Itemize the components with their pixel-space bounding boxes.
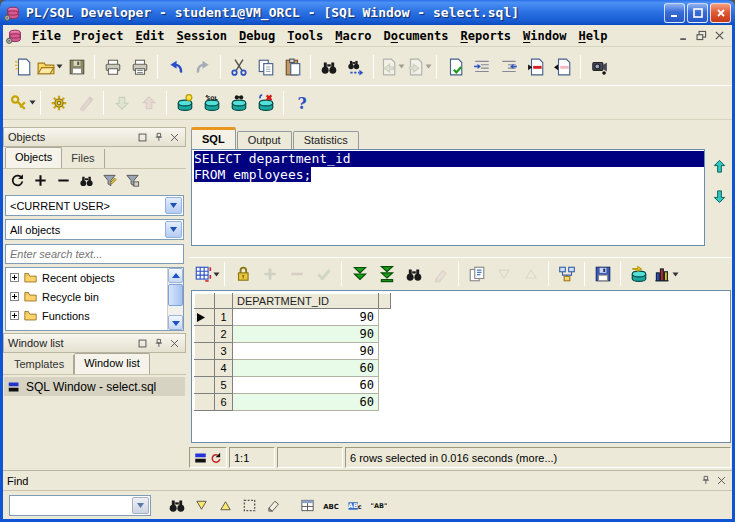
menu-documents[interactable]: Documents [377,27,454,45]
sql-editor[interactable]: SELECT department_idFROM employees; [191,149,705,246]
whole-words-button[interactable]: ABC [319,493,343,517]
session-sql-button[interactable]: SQL [198,89,225,116]
find-object-button[interactable] [76,171,96,190]
minimize-button[interactable] [664,3,685,23]
float-window-icon[interactable] [135,131,149,144]
chevron-down-icon[interactable] [165,197,182,214]
mdi-close-icon[interactable] [710,28,728,44]
fetch-last-page-button[interactable] [373,261,400,288]
undo-button[interactable] [162,53,189,80]
exact-phrase-button[interactable]: "AB" [367,493,391,517]
tree-item-recent-objects[interactable]: Recent objects [6,268,183,287]
navigate-back-button[interactable] [378,53,405,80]
pin-icon[interactable] [151,131,165,144]
mdi-minimize-icon[interactable] [674,28,692,44]
copy-to-database-button[interactable] [625,261,652,288]
find-input[interactable] [10,497,132,514]
find-button[interactable] [315,53,342,80]
expand-icon[interactable] [10,292,19,301]
unindent-button[interactable] [495,53,522,80]
macro-record-button[interactable] [585,53,612,80]
menu-reports[interactable]: Reports [455,27,518,45]
case-sensitive-button[interactable]: ABc [343,493,367,517]
menu-debug[interactable]: Debug [233,27,281,45]
grid-row-number[interactable]: 2 [215,326,233,343]
collapse-all-button[interactable] [53,171,73,190]
mark-all-button[interactable] [237,493,261,517]
object-search-input[interactable] [5,244,184,264]
pin-icon[interactable] [151,337,165,350]
cut-button[interactable] [225,53,252,80]
menu-help[interactable]: Help [572,27,613,45]
preferences-button[interactable] [45,89,72,116]
mdi-restore-icon[interactable] [692,28,710,44]
logon-button[interactable] [9,89,36,116]
search-in-grid-button[interactable] [295,493,319,517]
fetch-data-button[interactable] [108,89,135,116]
previous-edit-button[interactable] [549,53,576,80]
grid-cell-department-id[interactable]: 90 [233,309,379,326]
grid-row-number[interactable]: 4 [215,360,233,377]
window-list-item[interactable]: SQL Window - select.sql [4,377,185,396]
scroll-thumb[interactable] [168,284,183,306]
grid-cell-department-id[interactable]: 60 [233,394,379,411]
tree-item-functions[interactable]: Functions [6,306,183,325]
grid-cell-department-id[interactable]: 90 [233,326,379,343]
post-data-button[interactable] [135,89,162,116]
sort-descending-button[interactable] [490,261,517,288]
delete-record-button[interactable] [283,261,310,288]
close-panel-icon[interactable] [714,474,728,487]
grid-row-number[interactable]: 1 [215,309,233,326]
print-button[interactable] [99,53,126,80]
help-button[interactable]: ? [288,89,315,116]
expand-icon[interactable] [10,273,19,282]
grid-row-number[interactable]: 5 [215,377,233,394]
sort-ascending-button[interactable] [517,261,544,288]
session-info-button[interactable] [171,89,198,116]
indent-button[interactable] [468,53,495,80]
auto-refresh-icon[interactable] [210,452,222,464]
save-button[interactable] [63,53,90,80]
new-document-button[interactable] [9,53,36,80]
export-data-button[interactable] [589,261,616,288]
grid-cell-department-id[interactable]: 60 [233,377,379,394]
menu-window[interactable]: Window [517,27,572,45]
object-filter-select[interactable]: All objects [5,219,184,240]
print-options-button[interactable] [126,53,153,80]
close-button[interactable] [710,3,731,23]
find-next-button[interactable] [342,53,369,80]
previous-statement-icon[interactable] [711,157,729,175]
kill-session-button[interactable] [252,89,279,116]
grid-row-number[interactable]: 3 [215,343,233,360]
grid-column-header[interactable]: DEPARTMENT_ID [233,294,379,309]
find-record-button[interactable] [400,261,427,288]
menu-file[interactable]: File [26,27,67,45]
find-next-occurrence-button[interactable] [189,493,213,517]
scroll-down-icon[interactable] [168,315,183,330]
refresh-button[interactable] [7,171,27,190]
menu-macro[interactable]: Macro [329,27,377,45]
expand-icon[interactable] [10,311,19,320]
scroll-up-icon[interactable] [168,268,183,283]
tab-files[interactable]: Files [62,149,104,168]
float-window-icon[interactable] [135,337,149,350]
tree-item-procedures[interactable]: Procedures [6,325,183,331]
menu-edit[interactable]: Edit [130,27,171,45]
tree-scrollbar[interactable] [167,268,183,330]
post-record-button[interactable] [310,261,337,288]
filter-button[interactable] [99,171,119,190]
chevron-down-icon[interactable] [132,497,149,514]
close-panel-icon[interactable] [167,131,181,144]
edit-data-button[interactable] [72,89,99,116]
filter-user-button[interactable] [122,171,142,190]
chevron-down-icon[interactable] [165,221,182,238]
pin-icon[interactable] [698,474,712,487]
sort-data-button[interactable] [463,261,490,288]
paste-button[interactable] [279,53,306,80]
schema-select[interactable]: <CURRENT USER> [5,195,184,216]
redo-button[interactable] [189,53,216,80]
tree-item-recycle-bin[interactable]: Recycle bin [6,287,183,306]
edit-record-button[interactable] [427,261,454,288]
tab-window-list[interactable]: Window list [74,353,150,374]
maximize-button[interactable] [687,3,708,23]
